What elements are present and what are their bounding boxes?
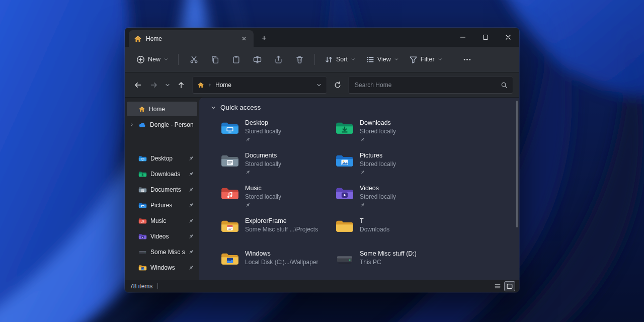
quick-access-header[interactable]: Quick access xyxy=(210,104,510,111)
breadcrumb-home[interactable]: Home xyxy=(215,82,231,89)
delete-button[interactable] xyxy=(289,51,309,68)
music-folder-icon xyxy=(220,186,239,201)
documents-folder-icon xyxy=(138,186,147,193)
statusbar-divider xyxy=(157,283,158,289)
chevron-right-icon[interactable] xyxy=(129,122,134,127)
maximize-button[interactable] xyxy=(474,28,497,47)
sidebar-item-some-misc-stuff[interactable]: Some Misc stuff xyxy=(127,245,197,259)
tile-name: Music xyxy=(245,185,281,193)
tile-explorerframe[interactable]: ExplorerFrame Some Misc stuff ...\Projec… xyxy=(220,217,330,242)
thumbnail-view-icon xyxy=(506,283,513,290)
chevron-down-icon xyxy=(394,57,399,62)
cut-button[interactable] xyxy=(184,51,204,68)
minimize-button[interactable] xyxy=(451,28,474,47)
thumbnail-view-toggle[interactable] xyxy=(504,281,515,291)
drive-icon xyxy=(335,251,354,266)
tile-subtitle: Stored locally xyxy=(360,160,396,169)
rename-button[interactable] xyxy=(247,51,267,68)
close-button[interactable] xyxy=(497,28,519,47)
tile-subtitle: Local Disk (C:)...\Wallpaper xyxy=(245,259,318,267)
search-input[interactable] xyxy=(354,81,497,89)
maximize-icon xyxy=(481,33,490,41)
tile-name: T xyxy=(360,217,389,225)
tile-subtitle: This PC xyxy=(360,259,417,267)
tile-downloads[interactable]: Downloads Stored locally xyxy=(335,119,445,143)
window-body: Home Dongle - Person Desktop Downloads xyxy=(125,98,519,280)
sidebar-item-documents[interactable]: Documents xyxy=(127,182,197,197)
search-box xyxy=(348,76,513,94)
sidebar-item-downloads[interactable]: Downloads xyxy=(127,167,197,181)
tile-music[interactable]: Music Stored locally xyxy=(220,185,330,209)
pictures-folder-icon xyxy=(335,153,354,168)
filter-button[interactable]: Filter xyxy=(405,51,447,68)
address-dropdown-chevron-icon[interactable] xyxy=(316,82,322,88)
refresh-button[interactable] xyxy=(330,77,345,93)
trash-icon xyxy=(295,55,304,64)
tile-windows[interactable]: Windows Local Disk (C:)...\Wallpaper xyxy=(220,250,330,274)
tile-subtitle: Stored locally xyxy=(245,193,281,201)
sidebar-item-music[interactable]: Music xyxy=(127,213,197,228)
tab-close-icon[interactable]: ✕ xyxy=(239,34,249,43)
recent-locations-button[interactable] xyxy=(162,77,173,93)
new-button[interactable]: New xyxy=(132,51,173,68)
tile-some-misc-stuff-drive[interactable]: Some Misc stuff (D:) This PC xyxy=(335,250,445,274)
sidebar-item-pictures[interactable]: Pictures xyxy=(127,198,197,212)
paste-button[interactable] xyxy=(226,51,246,68)
tile-subtitle: Stored locally xyxy=(245,128,281,136)
documents-folder-icon xyxy=(220,153,239,168)
pin-icon xyxy=(188,233,194,239)
music-folder-icon xyxy=(138,217,147,224)
command-bar: New Sort View Filter xyxy=(125,47,519,72)
tile-name: Downloads xyxy=(360,119,396,127)
sidebar-item-windows[interactable]: Windows xyxy=(127,260,197,275)
tile-subtitle: Stored locally xyxy=(360,128,396,136)
share-button[interactable] xyxy=(268,51,288,68)
forward-button[interactable] xyxy=(146,77,162,93)
sidebar-item-label: Desktop xyxy=(150,155,185,162)
sidebar-item-home[interactable]: Home xyxy=(127,102,197,116)
toolbar-divider xyxy=(314,54,315,65)
sidebar-item-label: Music xyxy=(150,217,185,224)
tile-desktop[interactable]: Desktop Stored locally xyxy=(220,119,330,143)
tile-subtitle: Stored locally xyxy=(245,160,281,169)
tile-videos[interactable]: Videos Stored locally xyxy=(335,185,445,209)
tile-documents[interactable]: Documents Stored locally xyxy=(220,152,330,176)
new-tab-button[interactable]: + xyxy=(258,32,271,45)
tile-pictures[interactable]: Pictures Stored locally xyxy=(335,152,445,176)
sort-button-label: Sort xyxy=(336,56,348,63)
more-icon xyxy=(463,55,471,64)
address-bar[interactable]: Home xyxy=(192,76,327,94)
sidebar-item-videos[interactable]: Videos xyxy=(127,229,197,244)
see-more-button[interactable] xyxy=(457,51,477,68)
tab-home[interactable]: Home ✕ xyxy=(129,30,254,47)
sidebar-item-onedrive[interactable]: Dongle - Person xyxy=(127,117,197,132)
vertical-scrollbar[interactable] xyxy=(516,101,518,227)
pin-icon xyxy=(188,171,194,177)
sidebar-item-desktop[interactable]: Desktop xyxy=(127,151,197,166)
section-title: Quick access xyxy=(220,104,261,111)
sidebar-item-label: Pictures xyxy=(150,202,185,209)
back-button[interactable] xyxy=(130,77,146,93)
downloads-folder-icon xyxy=(138,171,147,178)
search-icon[interactable] xyxy=(501,82,508,89)
chevron-down-icon xyxy=(165,82,171,88)
quick-access-grid: Desktop Stored locally Downloads Stored … xyxy=(220,119,510,274)
chevron-down-icon xyxy=(438,57,443,62)
windows-folder-icon xyxy=(138,264,147,271)
home-icon xyxy=(197,82,204,89)
details-view-icon[interactable] xyxy=(494,283,501,290)
tile-t[interactable]: T Downloads xyxy=(335,217,445,242)
copy-button[interactable] xyxy=(205,51,225,68)
view-button[interactable]: View xyxy=(361,51,404,68)
tile-name: Desktop xyxy=(245,119,281,127)
sort-button[interactable]: Sort xyxy=(320,51,360,68)
copy-icon xyxy=(211,55,219,64)
refresh-icon xyxy=(334,81,342,89)
filter-button-label: Filter xyxy=(421,56,435,63)
sidebar-item-label: Some Misc stuff xyxy=(150,249,185,256)
tile-subtitle: Downloads xyxy=(360,226,389,234)
chevron-down-icon[interactable] xyxy=(210,105,216,111)
tile-name: Documents xyxy=(245,152,281,160)
sidebar-item-label: Windows xyxy=(150,264,185,271)
up-button[interactable] xyxy=(173,77,189,93)
